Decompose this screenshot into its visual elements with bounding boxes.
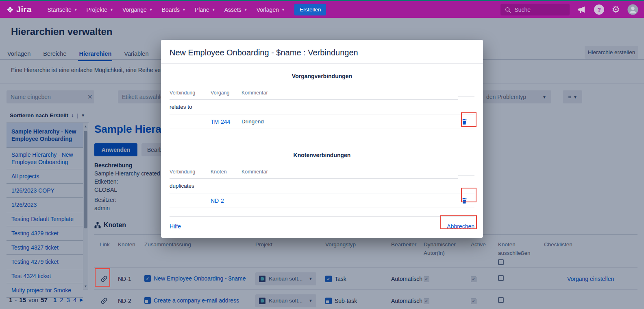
chevron-down-icon: ▼	[110, 8, 113, 12]
nav-item-vorlagen[interactable]: Vorlagen▼	[257, 7, 285, 13]
nav-item-assets[interactable]: Assets▼	[224, 7, 248, 13]
chevron-down-icon: ▼	[244, 8, 248, 12]
issue-key-link[interactable]: TM-244	[211, 118, 242, 125]
chevron-down-icon: ▼	[212, 8, 215, 12]
node-links-header: Verbindung Knoten Kommentar	[170, 167, 474, 179]
dialog-body: Vorgangverbindungen Verbindung Vorgang K…	[161, 73, 483, 208]
link-type: duplicates	[170, 183, 211, 189]
jira-logo[interactable]: ❖ Jira	[7, 5, 32, 14]
col-vorgang: Vorgang	[211, 88, 242, 100]
col-verbindung: Verbindung	[170, 88, 211, 100]
chevron-down-icon: ▼	[182, 8, 186, 12]
chevron-down-icon: ▼	[281, 8, 285, 12]
col-actions	[458, 169, 474, 176]
top-nav-right: ? ⚙	[500, 4, 638, 15]
nav-item-vorgaenge[interactable]: Vorgänge▼	[122, 7, 153, 13]
issue-links-heading: Vorgangverbindungen	[170, 73, 474, 79]
jira-logo-icon: ❖	[7, 6, 14, 14]
node-link-type-row: duplicates	[170, 179, 474, 193]
help-link[interactable]: Hilfe	[170, 223, 181, 230]
search-input[interactable]	[514, 7, 561, 13]
gear-icon[interactable]: ⚙	[611, 5, 620, 14]
dialog-footer: Hilfe Abbrechen	[170, 216, 474, 238]
node-key-link[interactable]: ND-2	[211, 197, 242, 204]
megaphone-icon[interactable]	[577, 5, 587, 15]
col-verbindung: Verbindung	[170, 167, 211, 179]
nav-item-plaene[interactable]: Pläne▼	[195, 7, 215, 13]
col-kommentar: Kommentar	[242, 167, 458, 179]
node-links-heading: Knotenverbindungen	[170, 152, 474, 158]
jira-hierarchy-page: ❖ Jira Startseite▼ Projekte▼ Vorgänge▼ B…	[0, 0, 644, 309]
global-search[interactable]	[500, 4, 570, 15]
create-button[interactable]: Erstellen	[294, 4, 326, 15]
connections-dialog: New Employee Onboarding - $name : Verbin…	[161, 40, 483, 238]
delete-issue-link-button[interactable]	[458, 116, 474, 127]
issue-comment: Dringend	[242, 118, 458, 125]
search-icon	[505, 7, 511, 13]
delete-node-link-button[interactable]	[458, 195, 474, 206]
user-avatar[interactable]	[627, 4, 638, 15]
col-actions	[458, 90, 474, 97]
link-type: relates to	[170, 104, 211, 110]
top-nav: ❖ Jira Startseite▼ Projekte▼ Vorgänge▼ B…	[0, 0, 644, 18]
jira-logo-text: Jira	[16, 5, 32, 14]
nav-item-projekte[interactable]: Projekte▼	[87, 7, 113, 13]
help-icon[interactable]: ?	[594, 4, 604, 15]
dialog-title-divider	[161, 63, 483, 64]
nav-item-startseite[interactable]: Startseite▼	[48, 7, 78, 13]
dialog-title: New Employee Onboarding - $name : Verbin…	[161, 40, 483, 63]
trash-icon	[461, 197, 468, 204]
col-kommentar: Kommentar	[242, 88, 458, 100]
issue-links-header: Verbindung Vorgang Kommentar	[170, 88, 474, 100]
issue-link-row: TM-244 Dringend	[170, 114, 474, 129]
chevron-down-icon: ▼	[74, 8, 78, 12]
col-knoten: Knoten	[211, 167, 242, 179]
nav-item-boards[interactable]: Boards▼	[162, 7, 186, 13]
node-link-row: ND-2	[170, 193, 474, 208]
issue-link-type-row: relates to	[170, 100, 474, 114]
trash-icon	[461, 118, 468, 125]
chevron-down-icon: ▼	[149, 8, 153, 12]
cancel-link[interactable]: Abbrechen	[447, 223, 474, 230]
